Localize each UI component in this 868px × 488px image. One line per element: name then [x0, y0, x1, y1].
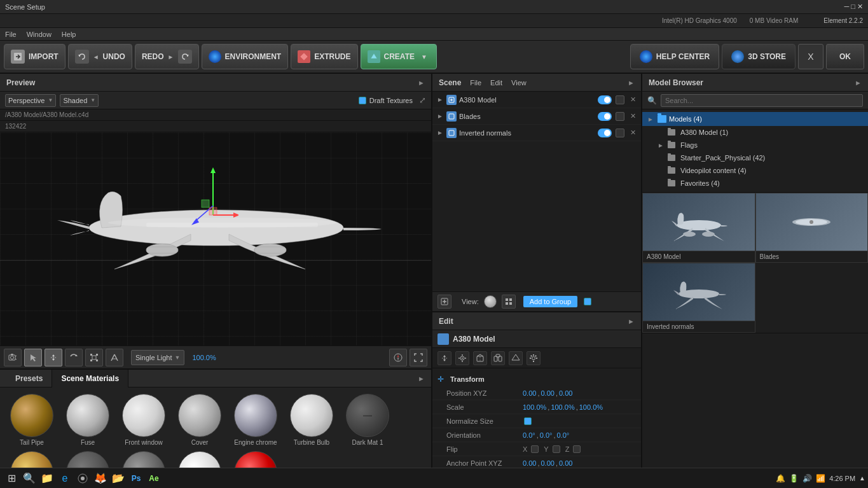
material-item[interactable]: Tail Pipe [6, 394, 57, 446]
scene-row-arrow-inverted[interactable]: ► [436, 129, 444, 137]
taskbar-file-btn[interactable]: 📁 [38, 470, 56, 487]
taskbar-photoshop-btn[interactable]: Ps [127, 470, 145, 487]
scene-row-sel-inverted[interactable] [616, 129, 624, 137]
scene-row-inverted[interactable]: ► Inverted normals ✕ [432, 125, 641, 141]
camera-tool-btn[interactable] [4, 349, 22, 366]
fullscreen-btn[interactable] [410, 349, 427, 366]
scale-tool-btn[interactable] [85, 349, 103, 366]
scene-view-menu[interactable]: View [511, 79, 527, 87]
help-center-button[interactable]: HELP CENTER [630, 44, 719, 69]
transform-tool-btn[interactable] [106, 349, 123, 366]
scene-row-x-a380[interactable]: ✕ [628, 95, 637, 104]
scene-row-arrow[interactable]: ► [436, 96, 444, 104]
scene-row-blades[interactable]: ► Blades ✕ [432, 108, 641, 125]
flip-x-checkbox[interactable] [531, 445, 539, 453]
create-dropdown-icon[interactable]: ▼ [421, 53, 427, 60]
scene-row-a380[interactable]: ► A380 Model ✕ [432, 92, 641, 108]
taskbar-notification-icon[interactable]: 🔔 [776, 474, 785, 483]
orient-y-value[interactable]: 0.0° [540, 431, 553, 439]
position-y-value[interactable]: 0.00 [541, 389, 554, 397]
light-select[interactable]: Single Light ▼ [131, 350, 184, 365]
mb-expand-btn[interactable]: ► [855, 79, 862, 87]
environment-button[interactable]: ENVIRONMENT [202, 44, 289, 69]
material-item[interactable]: Turbine Bulb [286, 394, 337, 446]
scene-edit-menu[interactable]: Edit [490, 79, 502, 87]
taskbar-folder-btn[interactable]: 📂 [109, 470, 127, 487]
view-circle-btn[interactable] [484, 295, 497, 308]
material-item[interactable]: Front window [118, 394, 169, 446]
thumb-a380[interactable]: A380 Model [642, 193, 755, 263]
orient-x-value[interactable]: 0.0° [523, 431, 535, 439]
material-item[interactable]: Fuse [62, 394, 113, 446]
taskbar-firefox-btn[interactable]: 🦊 [92, 470, 109, 487]
select-tool-btn[interactable] [24, 349, 42, 366]
create-button[interactable]: CREATE ▼ [361, 44, 437, 69]
menu-window[interactable]: Window [27, 31, 52, 38]
material-item[interactable]: Dark Mat 1 [342, 394, 393, 446]
anchor-x-value[interactable]: 0.00 [523, 459, 536, 467]
flip-z-checkbox[interactable] [573, 445, 581, 453]
scene-row-toggle-a380[interactable] [598, 95, 612, 104]
taskbar-chrome-btn[interactable] [74, 470, 92, 487]
taskbar-search-btn[interactable]: 🔍 [20, 470, 38, 487]
mb-row-videopilot[interactable]: Videopilot content (4) [642, 164, 868, 177]
search-input[interactable] [661, 94, 863, 107]
taskbar-ie-btn[interactable]: e [56, 470, 74, 487]
add-group-checkbox[interactable] [584, 298, 591, 305]
view-grid-btn[interactable] [502, 295, 516, 309]
close-btn[interactable]: ✕ [857, 3, 863, 10]
compass-btn[interactable] [389, 349, 407, 366]
scene-row-arrow-blades[interactable]: ► [436, 113, 444, 120]
shaded-select[interactable]: Shaded ▼ [60, 94, 99, 107]
draft-textures-toggle[interactable]: Draft Textures [359, 97, 413, 104]
orient-z-value[interactable]: 0.0° [557, 431, 570, 439]
redo-button[interactable]: REDO ► [135, 44, 199, 69]
mb-row-models[interactable]: ► Models (4) [642, 112, 868, 126]
menu-file[interactable]: File [5, 31, 17, 38]
material-item[interactable]: Engine chrome [230, 394, 281, 446]
anchor-z-value[interactable]: 0.00 [559, 459, 572, 467]
position-x-value[interactable]: 0.00 [523, 389, 536, 397]
preview-expand-btn[interactable]: ► [418, 79, 425, 87]
taskbar-speaker-icon[interactable]: 🔊 [803, 474, 812, 483]
presets-expand-btn[interactable]: ► [418, 375, 425, 382]
scale-x-value[interactable]: 100.0% [523, 403, 546, 411]
scale-z-value[interactable]: 100.0% [579, 403, 603, 411]
rotate-tool-btn[interactable] [65, 349, 83, 366]
scene-expand-btn[interactable]: ► [628, 79, 635, 87]
start-btn[interactable]: ⊞ [3, 470, 20, 487]
taskbar-chevron-icon[interactable]: ▲ [859, 475, 865, 482]
scene-row-toggle-inverted[interactable] [598, 129, 612, 137]
3d-viewport[interactable] [0, 132, 431, 345]
scale-y-value[interactable]: 100.0% [551, 403, 574, 411]
maximize-btn[interactable]: □ [851, 3, 855, 10]
viewport-expand-btn[interactable]: ⤢ [419, 95, 426, 105]
edit-move-btn[interactable] [437, 351, 451, 365]
edit-settings-btn[interactable] [455, 351, 469, 365]
mb-row-a380[interactable]: A380 Model (1) [642, 126, 868, 139]
undo-button[interactable]: ◄ UNDO [68, 44, 132, 69]
scene-row-x-inverted[interactable]: ✕ [628, 129, 637, 137]
flip-y-checkbox[interactable] [553, 445, 560, 453]
edit-cube-btn[interactable] [473, 351, 487, 365]
move-tool-btn[interactable] [45, 349, 62, 366]
mb-row-starter[interactable]: Starter_Pack_Physical (42) [642, 151, 868, 164]
edit-expand-btn[interactable]: ► [628, 317, 635, 325]
edit-gear-btn[interactable] [527, 351, 541, 365]
position-z-value[interactable]: 0.00 [559, 389, 572, 397]
mb-row-flags[interactable]: ► Flags [642, 139, 868, 151]
scene-materials-tab[interactable]: Scene Materials [52, 370, 128, 387]
taskbar-network-icon[interactable]: 📶 [816, 474, 825, 483]
mb-row-favorites[interactable]: Favorites (4) [642, 177, 868, 190]
edit-group-btn[interactable] [491, 351, 505, 365]
add-to-group-btn[interactable]: Add to Group [523, 296, 577, 307]
add-object-btn[interactable] [437, 295, 451, 309]
scene-row-sel-a380[interactable] [616, 95, 624, 104]
ok-button[interactable]: OK [826, 44, 864, 69]
menu-help[interactable]: Help [62, 31, 76, 38]
thumb-inverted[interactable]: Inverted normals [642, 263, 755, 333]
thumb-blades[interactable]: Blades [755, 193, 869, 263]
taskbar-ae-btn[interactable]: Ae [145, 470, 163, 487]
scene-row-sel-blades[interactable] [616, 112, 624, 121]
import-button[interactable]: IMPORT [4, 44, 65, 69]
